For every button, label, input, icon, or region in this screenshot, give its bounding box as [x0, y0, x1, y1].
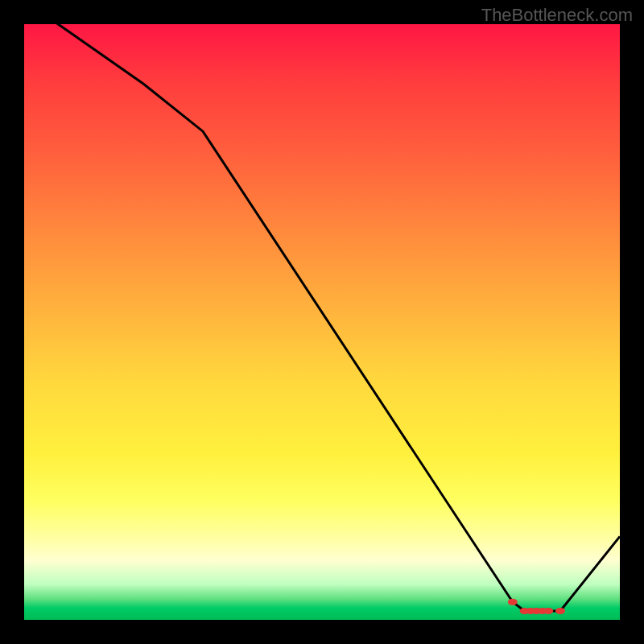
watermark-text: TheBottleneck.com — [481, 5, 633, 26]
data-line — [24, 0, 620, 611]
data-point — [508, 599, 518, 605]
data-point — [555, 608, 565, 614]
data-markers — [508, 599, 565, 614]
line-chart — [24, 24, 620, 620]
data-point — [543, 608, 553, 614]
